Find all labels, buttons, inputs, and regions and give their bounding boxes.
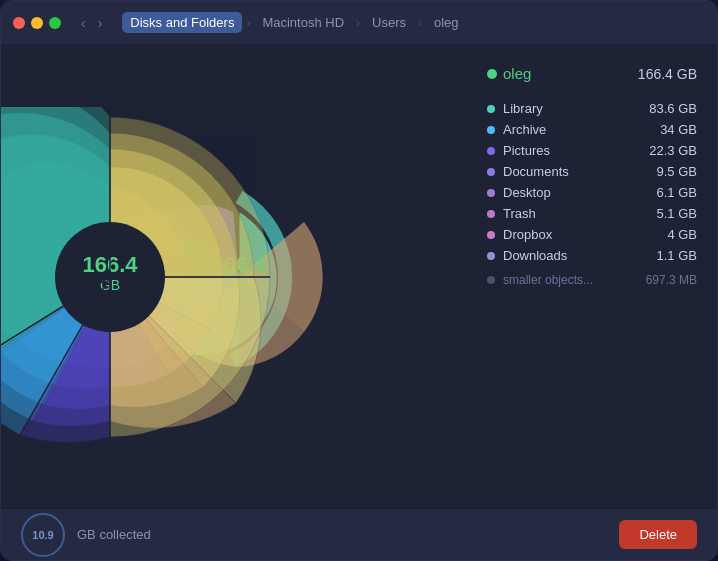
legend-item[interactable]: Archive 34 GB <box>487 119 697 140</box>
collected-value: 10.9 <box>32 529 53 541</box>
legend-item-dot <box>487 210 495 218</box>
breadcrumb: Disks and Folders › Macintosh HD › Users… <box>122 12 466 33</box>
close-button[interactable] <box>13 17 25 29</box>
legend-item-dot <box>487 168 495 176</box>
delete-button[interactable]: Delete <box>619 520 697 549</box>
legend-item-size: 83.6 GB <box>649 101 697 116</box>
legend-item-name: Library <box>503 101 543 116</box>
titlebar: ‹ › Disks and Folders › Macintosh HD › U… <box>1 1 717 45</box>
collected-badge: 10.9 <box>21 513 65 557</box>
legend-item-dot <box>487 231 495 239</box>
legend-title: oleg <box>487 65 531 82</box>
disk-chart-main[interactable]: 166.4 GB <box>1 107 280 447</box>
footer-bar: 10.9 GB collected Delete <box>1 508 717 560</box>
legend-item-size: 9.5 GB <box>657 164 697 179</box>
breadcrumb-users[interactable]: Users <box>364 12 414 33</box>
legend-item-dot <box>487 189 495 197</box>
legend-item-size: 34 GB <box>660 122 697 137</box>
legend-item-name: Pictures <box>503 143 550 158</box>
legend-item-size: 5.1 GB <box>657 206 697 221</box>
breadcrumb-sep-1: › <box>246 16 250 30</box>
legend-root-name: oleg <box>503 65 531 82</box>
legend-item-dot <box>487 126 495 134</box>
legend-item[interactable]: Desktop 6.1 GB <box>487 182 697 203</box>
back-arrow[interactable]: ‹ <box>77 13 90 33</box>
legend-smaller-objects: smaller objects... 697.3 MB <box>487 270 697 290</box>
breadcrumb-sep-3: › <box>418 16 422 30</box>
nav-arrows: ‹ › <box>77 13 106 33</box>
legend-item-size: 1.1 GB <box>657 248 697 263</box>
chart-area[interactable]: 166.4 GB <box>1 45 477 508</box>
legend-item[interactable]: Dropbox 4 GB <box>487 224 697 245</box>
legend-item-dot <box>487 252 495 260</box>
legend-item-name: Trash <box>503 206 536 221</box>
legend-items: Library 83.6 GB Archive 34 GB Pictures 2… <box>487 98 697 266</box>
legend-item-size: 6.1 GB <box>657 185 697 200</box>
legend-item[interactable]: Downloads 1.1 GB <box>487 245 697 266</box>
legend-item[interactable]: Pictures 22.3 GB <box>487 140 697 161</box>
legend-item-dot <box>487 105 495 113</box>
breadcrumb-sep-2: › <box>356 16 360 30</box>
collected-label: GB collected <box>77 527 607 542</box>
legend-smaller-dot <box>487 276 495 284</box>
legend-item-name: Downloads <box>503 248 567 263</box>
maximize-button[interactable] <box>49 17 61 29</box>
main-content: 166.4 GB <box>1 45 717 508</box>
legend-item[interactable]: Trash 5.1 GB <box>487 203 697 224</box>
legend-item-size: 4 GB <box>667 227 697 242</box>
minimize-button[interactable] <box>31 17 43 29</box>
legend-item[interactable]: Library 83.6 GB <box>487 98 697 119</box>
legend-item-dot <box>487 147 495 155</box>
legend-header: oleg 166.4 GB <box>487 65 697 86</box>
legend-panel: oleg 166.4 GB Library 83.6 GB Archive 34… <box>477 45 717 508</box>
legend-item-name: Documents <box>503 164 569 179</box>
app-window: ‹ › Disks and Folders › Macintosh HD › U… <box>0 0 718 561</box>
legend-item-name: Dropbox <box>503 227 552 242</box>
forward-arrow[interactable]: › <box>94 13 107 33</box>
legend-root-size: 166.4 GB <box>638 66 697 82</box>
breadcrumb-disks[interactable]: Disks and Folders <box>122 12 242 33</box>
breadcrumb-oleg[interactable]: oleg <box>426 12 467 33</box>
legend-item-name: Desktop <box>503 185 551 200</box>
legend-item[interactable]: Documents 9.5 GB <box>487 161 697 182</box>
breadcrumb-macintosh[interactable]: Macintosh HD <box>254 12 352 33</box>
legend-smaller-label: smaller objects... <box>503 273 593 287</box>
legend-smaller-size: 697.3 MB <box>646 273 697 287</box>
legend-item-name: Archive <box>503 122 546 137</box>
legend-root-dot <box>487 69 497 79</box>
traffic-lights <box>13 17 61 29</box>
legend-item-size: 22.3 GB <box>649 143 697 158</box>
